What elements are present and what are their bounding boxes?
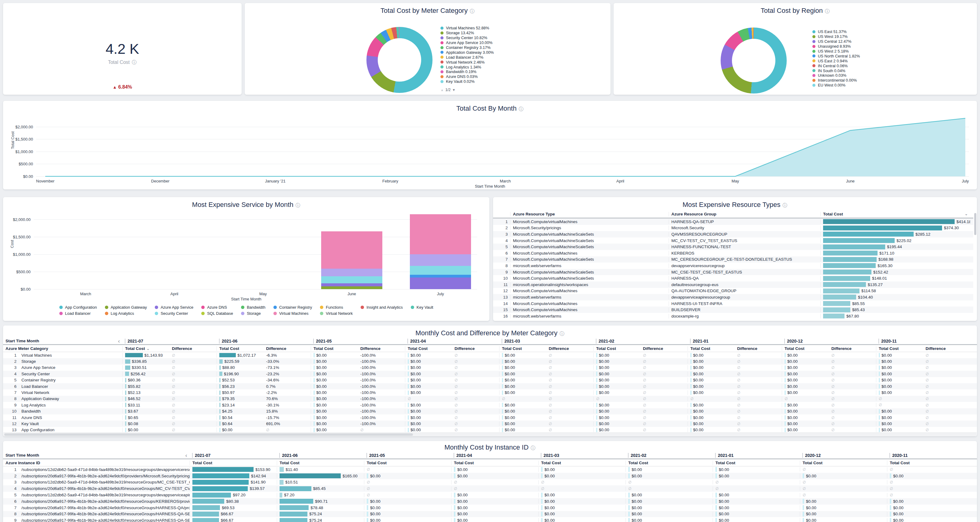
sub-header-difference[interactable]: Difference bbox=[829, 346, 876, 351]
legend-item[interactable]: Container Registry 3.17% bbox=[441, 45, 494, 50]
table-row[interactable]: 9/subscriptions/20d6a917-99fa-4b1b-9b2e-… bbox=[3, 517, 977, 522]
legend-item[interactable]: Bandwidth 0.19% bbox=[441, 69, 494, 74]
table-row[interactable]: 10Bandwidth$3.67∅$4.2515.8%$0.00-100.0%$… bbox=[3, 408, 977, 414]
month-header-2021-02[interactable]: 2021-02 bbox=[593, 339, 687, 344]
legend-item[interactable]: Load Balancer bbox=[59, 311, 97, 316]
pager-up-icon[interactable]: ▲ bbox=[441, 88, 444, 92]
info-icon[interactable]: ⓘ bbox=[531, 445, 536, 451]
month-header-2020-11[interactable]: 2020-11 bbox=[876, 339, 970, 344]
table-row[interactable]: 7/subscriptions/20d6a917-99fa-4b1b-9b2e-… bbox=[3, 505, 977, 511]
meter-category-donut[interactable] bbox=[366, 27, 433, 93]
info-icon[interactable]: ⓘ bbox=[296, 203, 301, 208]
month-header-2020-12[interactable]: 2020-12 bbox=[800, 453, 887, 458]
table-row[interactable]: 1Virtual Machines$1,143.93∅$1,072.17-6.3… bbox=[3, 352, 977, 358]
bar-segment[interactable] bbox=[410, 266, 471, 275]
legend-item[interactable]: US West 19.17% bbox=[812, 34, 860, 39]
area-chart-plot[interactable]: $0.00$500.00$1,000.00$1,500.00$2,000.00N… bbox=[36, 118, 969, 176]
sub-header-difference[interactable]: Difference bbox=[641, 346, 687, 351]
legend-item[interactable]: Bandwidth bbox=[241, 305, 266, 309]
table-row[interactable]: 12Microsoft.Compute/virtualMachinesQA-AU… bbox=[493, 288, 973, 294]
month-header-2021-06[interactable]: 2021-06 bbox=[216, 339, 311, 344]
legend-item[interactable]: US East 2 0.94% bbox=[812, 59, 860, 63]
sub-header-total-cost[interactable]: Total Cost bbox=[876, 346, 923, 351]
legend-item[interactable]: US Central 12.47% bbox=[812, 39, 860, 44]
sub-header-total-cost[interactable]: Total Cost bbox=[687, 346, 735, 351]
legend-item[interactable]: Load Balancer 2.67% bbox=[441, 55, 494, 60]
table-row[interactable]: 8microsoft.web/serverfarmsdevappservicer… bbox=[493, 263, 973, 269]
sub-header-total-cost[interactable]: Total Cost bbox=[364, 460, 451, 465]
table-row[interactable]: 7Virtual Network$52.13∅$50.97-2.2%$0.00-… bbox=[3, 389, 977, 395]
sub-header-total-cost[interactable]: Total Cost bbox=[713, 460, 800, 465]
bar-segment[interactable] bbox=[410, 278, 471, 289]
bar-segment[interactable] bbox=[410, 254, 471, 266]
table-row[interactable]: 9Microsoft.Compute/virtualMachineScaleSe… bbox=[493, 269, 973, 275]
table-row[interactable]: 2Microsoft.Security/pricingsMicrosoft.Se… bbox=[493, 225, 973, 232]
col-header-resource-type[interactable]: Azure Resource Type bbox=[510, 212, 669, 216]
legend-item[interactable]: Virtual Network 2.46% bbox=[441, 60, 494, 65]
legend-item[interactable]: Unassigned 8.93% bbox=[812, 44, 860, 49]
legend-item[interactable]: Key Vault bbox=[411, 305, 433, 309]
sub-header-total-cost[interactable]: Total Cost bbox=[593, 346, 641, 351]
legend-item[interactable]: Functions bbox=[320, 305, 353, 309]
month-header-2021-01[interactable]: 2021-01 bbox=[713, 453, 800, 458]
table-row[interactable]: 3Azure App Service$330.51∅$88.80-73.1%$0… bbox=[3, 365, 977, 371]
month-header-2021-04[interactable]: 2021-04 bbox=[405, 339, 499, 344]
month-header-2021-06[interactable]: 2021-06 bbox=[277, 453, 364, 458]
bar-segment[interactable] bbox=[321, 269, 382, 276]
legend-item[interactable]: Azure DNS 0.03% bbox=[441, 74, 494, 79]
info-icon[interactable]: ⓘ bbox=[825, 9, 830, 14]
sub-header-total-cost[interactable]: Total Cost bbox=[451, 460, 538, 465]
bar-segment[interactable] bbox=[321, 286, 382, 289]
legend-pager[interactable]: ▲1/2▼ bbox=[441, 88, 494, 92]
stacked-bar-july[interactable] bbox=[410, 214, 471, 289]
table-row[interactable]: 1Microsoft.Compute/virtualMachinesHARNES… bbox=[493, 219, 973, 225]
legend-item[interactable]: Log Analytics bbox=[105, 311, 147, 316]
legend-item[interactable]: Application Gateway bbox=[105, 305, 147, 309]
table-row[interactable]: 2Storage$336.85∅$225.59-33.0%$0.00-100.0… bbox=[3, 358, 977, 364]
month-header-2021-05[interactable]: 2021-05 bbox=[311, 339, 405, 344]
info-icon[interactable]: ⓘ bbox=[783, 203, 787, 208]
bar-segment[interactable] bbox=[410, 275, 471, 278]
legend-item[interactable]: US North Central 1.82% bbox=[812, 54, 860, 59]
legend-item[interactable]: Virtual Machines bbox=[274, 311, 312, 316]
month-header-2021-03[interactable]: 2021-03 bbox=[499, 339, 593, 344]
sub-header-difference[interactable]: Difference bbox=[358, 346, 405, 351]
sub-header-total-cost[interactable]: Total Cost bbox=[311, 346, 358, 351]
legend-item[interactable]: Key Vault 0.02% bbox=[441, 79, 494, 84]
bar-segment[interactable] bbox=[410, 214, 471, 254]
legend-item[interactable]: IN Central 0.06% bbox=[812, 63, 860, 68]
sub-header-total-cost[interactable]: Total Cost bbox=[800, 460, 887, 465]
legend-item[interactable]: Application Gateway 3.00% bbox=[441, 50, 494, 55]
sub-header-total-cost[interactable]: Total Cost bbox=[277, 460, 364, 465]
table-row[interactable]: 12Key Vault$0.08∅$0.64691.0%$0.00-100.0%… bbox=[3, 420, 977, 427]
chevron-down-icon[interactable]: ⌄ bbox=[965, 212, 968, 216]
legend-item[interactable]: Security Center 10.82% bbox=[441, 35, 494, 40]
table-row[interactable]: 3Microsoft.Compute/virtualMachineScaleSe… bbox=[493, 231, 973, 238]
month-header-2021-05[interactable]: 2021-05 bbox=[364, 453, 451, 458]
table-row[interactable]: 13microsoft.web/serverfarmsdevappservice… bbox=[493, 294, 973, 300]
month-header-2021-02[interactable]: 2021-02 bbox=[625, 453, 713, 458]
bar-segment[interactable] bbox=[321, 283, 382, 286]
table-row[interactable]: 6/subscriptions/20d6a917-99fa-4b1b-9b2e-… bbox=[3, 498, 977, 505]
table-row[interactable]: 8/subscriptions/20d6a917-99fa-4b1b-9b2e-… bbox=[3, 511, 977, 517]
row-header-label[interactable]: Azure Instance ID bbox=[3, 460, 189, 465]
sub-header-difference[interactable]: Difference bbox=[264, 346, 311, 351]
table-row[interactable]: 6Load Balancer$55.82∅$56.230.7%$0.00-100… bbox=[3, 383, 977, 389]
legend-item[interactable]: Container Registry bbox=[274, 305, 312, 309]
table-row[interactable]: 10Microsoft.Compute/virtualMachineScaleS… bbox=[493, 275, 973, 281]
stacked-bar-plot[interactable]: $0.00$500.00$1,000.00$1,500.00$2,000.00M… bbox=[33, 213, 477, 289]
table-row[interactable]: 4Security Center$256.42∅$196.90-23.2%$0.… bbox=[3, 371, 977, 377]
legend-item[interactable]: Security Center bbox=[155, 311, 193, 316]
info-icon[interactable]: ⓘ bbox=[519, 106, 523, 111]
legend-item[interactable]: US East 51.37% bbox=[812, 29, 860, 34]
table-row[interactable]: 4/subscriptions/20d6a917-99fa-4b1b-9b2e-… bbox=[3, 486, 977, 492]
sub-header-total-cost[interactable]: Total Cost bbox=[782, 346, 829, 351]
legend-item[interactable]: Azure DNS bbox=[201, 305, 233, 309]
legend-item[interactable]: IN South 0.04% bbox=[812, 68, 860, 73]
legend-item[interactable]: Azure App Service bbox=[155, 305, 193, 309]
vertical-scrollbar[interactable] bbox=[974, 211, 976, 320]
info-icon[interactable]: ⓘ bbox=[132, 60, 137, 65]
table-row[interactable]: 15Microsoft.Compute/virtualMachinesBUILD… bbox=[493, 306, 973, 313]
table-row[interactable]: 3/subscriptions/12d2db62-5aa9-471d-84bb-… bbox=[3, 479, 977, 486]
chevron-left-icon[interactable]: ‹ bbox=[118, 338, 120, 344]
